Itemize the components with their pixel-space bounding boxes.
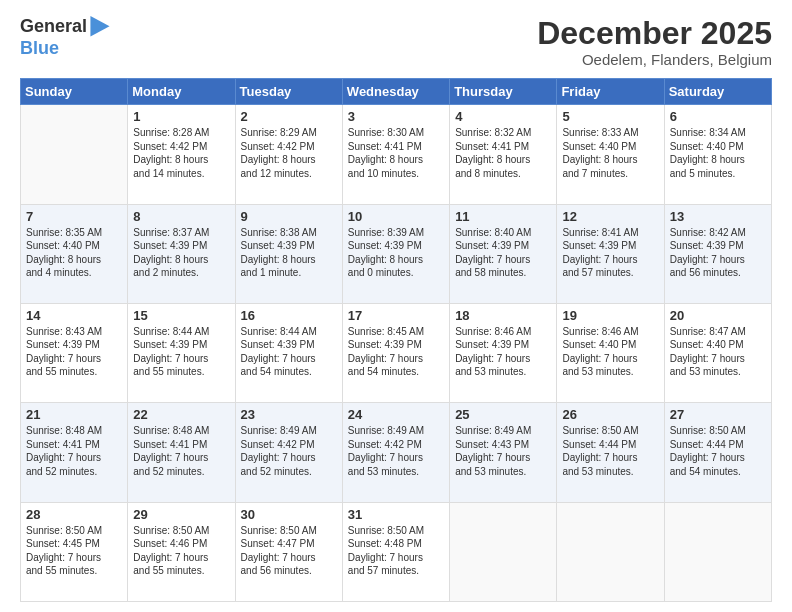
- day-info: Sunrise: 8:50 AM Sunset: 4:48 PM Dayligh…: [348, 524, 444, 578]
- day-info: Sunrise: 8:41 AM Sunset: 4:39 PM Dayligh…: [562, 226, 658, 280]
- day-number: 21: [26, 407, 122, 422]
- table-cell: 26Sunrise: 8:50 AM Sunset: 4:44 PM Dayli…: [557, 403, 664, 502]
- day-number: 24: [348, 407, 444, 422]
- table-cell: 17Sunrise: 8:45 AM Sunset: 4:39 PM Dayli…: [342, 303, 449, 402]
- logo-icon: [89, 16, 111, 38]
- table-cell: 7Sunrise: 8:35 AM Sunset: 4:40 PM Daylig…: [21, 204, 128, 303]
- day-number: 27: [670, 407, 766, 422]
- table-cell: 3Sunrise: 8:30 AM Sunset: 4:41 PM Daylig…: [342, 105, 449, 204]
- day-number: 10: [348, 209, 444, 224]
- day-info: Sunrise: 8:34 AM Sunset: 4:40 PM Dayligh…: [670, 126, 766, 180]
- table-cell: 14Sunrise: 8:43 AM Sunset: 4:39 PM Dayli…: [21, 303, 128, 402]
- header-wednesday: Wednesday: [342, 79, 449, 105]
- table-cell: 28Sunrise: 8:50 AM Sunset: 4:45 PM Dayli…: [21, 502, 128, 601]
- calendar-table: Sunday Monday Tuesday Wednesday Thursday…: [20, 78, 772, 602]
- table-cell: 27Sunrise: 8:50 AM Sunset: 4:44 PM Dayli…: [664, 403, 771, 502]
- svg-marker-0: [91, 16, 110, 37]
- day-info: Sunrise: 8:35 AM Sunset: 4:40 PM Dayligh…: [26, 226, 122, 280]
- day-info: Sunrise: 8:46 AM Sunset: 4:39 PM Dayligh…: [455, 325, 551, 379]
- table-cell: [557, 502, 664, 601]
- day-number: 5: [562, 109, 658, 124]
- table-cell: 22Sunrise: 8:48 AM Sunset: 4:41 PM Dayli…: [128, 403, 235, 502]
- day-number: 22: [133, 407, 229, 422]
- table-cell: 4Sunrise: 8:32 AM Sunset: 4:41 PM Daylig…: [450, 105, 557, 204]
- table-cell: 6Sunrise: 8:34 AM Sunset: 4:40 PM Daylig…: [664, 105, 771, 204]
- day-number: 25: [455, 407, 551, 422]
- day-info: Sunrise: 8:50 AM Sunset: 4:44 PM Dayligh…: [562, 424, 658, 478]
- day-number: 30: [241, 507, 337, 522]
- day-number: 14: [26, 308, 122, 323]
- day-info: Sunrise: 8:30 AM Sunset: 4:41 PM Dayligh…: [348, 126, 444, 180]
- day-number: 4: [455, 109, 551, 124]
- table-cell: 25Sunrise: 8:49 AM Sunset: 4:43 PM Dayli…: [450, 403, 557, 502]
- day-number: 8: [133, 209, 229, 224]
- table-cell: 11Sunrise: 8:40 AM Sunset: 4:39 PM Dayli…: [450, 204, 557, 303]
- day-number: 17: [348, 308, 444, 323]
- day-number: 11: [455, 209, 551, 224]
- day-info: Sunrise: 8:37 AM Sunset: 4:39 PM Dayligh…: [133, 226, 229, 280]
- title-block: December 2025 Oedelem, Flanders, Belgium: [537, 16, 772, 68]
- day-info: Sunrise: 8:43 AM Sunset: 4:39 PM Dayligh…: [26, 325, 122, 379]
- table-cell: 2Sunrise: 8:29 AM Sunset: 4:42 PM Daylig…: [235, 105, 342, 204]
- week-row-4: 21Sunrise: 8:48 AM Sunset: 4:41 PM Dayli…: [21, 403, 772, 502]
- day-number: 2: [241, 109, 337, 124]
- day-number: 1: [133, 109, 229, 124]
- page: General Blue December 2025 Oedelem, Flan…: [0, 0, 792, 612]
- table-cell: 23Sunrise: 8:49 AM Sunset: 4:42 PM Dayli…: [235, 403, 342, 502]
- day-number: 6: [670, 109, 766, 124]
- header-monday: Monday: [128, 79, 235, 105]
- day-number: 15: [133, 308, 229, 323]
- table-cell: 15Sunrise: 8:44 AM Sunset: 4:39 PM Dayli…: [128, 303, 235, 402]
- table-cell: 18Sunrise: 8:46 AM Sunset: 4:39 PM Dayli…: [450, 303, 557, 402]
- header-tuesday: Tuesday: [235, 79, 342, 105]
- week-row-3: 14Sunrise: 8:43 AM Sunset: 4:39 PM Dayli…: [21, 303, 772, 402]
- day-number: 29: [133, 507, 229, 522]
- day-number: 20: [670, 308, 766, 323]
- day-number: 26: [562, 407, 658, 422]
- day-info: Sunrise: 8:46 AM Sunset: 4:40 PM Dayligh…: [562, 325, 658, 379]
- day-info: Sunrise: 8:39 AM Sunset: 4:39 PM Dayligh…: [348, 226, 444, 280]
- day-number: 28: [26, 507, 122, 522]
- day-number: 23: [241, 407, 337, 422]
- day-info: Sunrise: 8:49 AM Sunset: 4:42 PM Dayligh…: [348, 424, 444, 478]
- location-subtitle: Oedelem, Flanders, Belgium: [537, 51, 772, 68]
- day-number: 19: [562, 308, 658, 323]
- day-info: Sunrise: 8:47 AM Sunset: 4:40 PM Dayligh…: [670, 325, 766, 379]
- day-info: Sunrise: 8:32 AM Sunset: 4:41 PM Dayligh…: [455, 126, 551, 180]
- day-info: Sunrise: 8:48 AM Sunset: 4:41 PM Dayligh…: [26, 424, 122, 478]
- header-thursday: Thursday: [450, 79, 557, 105]
- header-saturday: Saturday: [664, 79, 771, 105]
- table-cell: [664, 502, 771, 601]
- day-number: 7: [26, 209, 122, 224]
- day-info: Sunrise: 8:49 AM Sunset: 4:43 PM Dayligh…: [455, 424, 551, 478]
- table-cell: 1Sunrise: 8:28 AM Sunset: 4:42 PM Daylig…: [128, 105, 235, 204]
- day-number: 16: [241, 308, 337, 323]
- day-info: Sunrise: 8:29 AM Sunset: 4:42 PM Dayligh…: [241, 126, 337, 180]
- day-info: Sunrise: 8:45 AM Sunset: 4:39 PM Dayligh…: [348, 325, 444, 379]
- day-info: Sunrise: 8:44 AM Sunset: 4:39 PM Dayligh…: [241, 325, 337, 379]
- day-number: 12: [562, 209, 658, 224]
- table-cell: 10Sunrise: 8:39 AM Sunset: 4:39 PM Dayli…: [342, 204, 449, 303]
- day-number: 9: [241, 209, 337, 224]
- table-cell: [450, 502, 557, 601]
- day-info: Sunrise: 8:50 AM Sunset: 4:46 PM Dayligh…: [133, 524, 229, 578]
- table-cell: [21, 105, 128, 204]
- table-cell: 20Sunrise: 8:47 AM Sunset: 4:40 PM Dayli…: [664, 303, 771, 402]
- table-cell: 21Sunrise: 8:48 AM Sunset: 4:41 PM Dayli…: [21, 403, 128, 502]
- table-cell: 29Sunrise: 8:50 AM Sunset: 4:46 PM Dayli…: [128, 502, 235, 601]
- table-cell: 5Sunrise: 8:33 AM Sunset: 4:40 PM Daylig…: [557, 105, 664, 204]
- table-cell: 8Sunrise: 8:37 AM Sunset: 4:39 PM Daylig…: [128, 204, 235, 303]
- table-cell: 16Sunrise: 8:44 AM Sunset: 4:39 PM Dayli…: [235, 303, 342, 402]
- header: General Blue December 2025 Oedelem, Flan…: [20, 16, 772, 68]
- table-cell: 30Sunrise: 8:50 AM Sunset: 4:47 PM Dayli…: [235, 502, 342, 601]
- month-title: December 2025: [537, 16, 772, 51]
- table-cell: 24Sunrise: 8:49 AM Sunset: 4:42 PM Dayli…: [342, 403, 449, 502]
- header-sunday: Sunday: [21, 79, 128, 105]
- table-cell: 31Sunrise: 8:50 AM Sunset: 4:48 PM Dayli…: [342, 502, 449, 601]
- week-row-1: 1Sunrise: 8:28 AM Sunset: 4:42 PM Daylig…: [21, 105, 772, 204]
- day-info: Sunrise: 8:44 AM Sunset: 4:39 PM Dayligh…: [133, 325, 229, 379]
- table-cell: 13Sunrise: 8:42 AM Sunset: 4:39 PM Dayli…: [664, 204, 771, 303]
- day-number: 13: [670, 209, 766, 224]
- week-row-5: 28Sunrise: 8:50 AM Sunset: 4:45 PM Dayli…: [21, 502, 772, 601]
- table-cell: 12Sunrise: 8:41 AM Sunset: 4:39 PM Dayli…: [557, 204, 664, 303]
